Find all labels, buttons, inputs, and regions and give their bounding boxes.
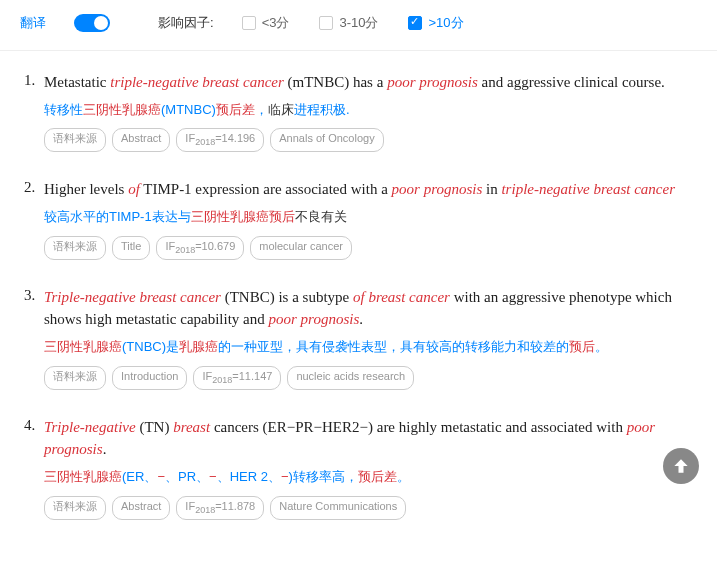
tag[interactable]: IF2018=10.679 [156,236,244,260]
translate-toggle[interactable] [74,14,110,32]
result-number: 4. [24,417,35,434]
tag[interactable]: 语料来源 [44,236,106,260]
filter-label: >10分 [428,14,463,32]
checkbox-icon [319,16,333,30]
checkbox-icon [242,16,256,30]
filter-label: 3-10分 [339,14,378,32]
checkbox-icon [408,16,422,30]
result-item: 3.Triple-negative breast cancer (TNBC) i… [24,286,693,390]
tag[interactable]: molecular cancer [250,236,352,260]
tag[interactable]: 语料来源 [44,496,106,520]
filter-0[interactable]: <3分 [242,14,290,32]
tag[interactable]: 语料来源 [44,366,106,390]
results-list: 1.Metastatic triple-negative breast canc… [0,71,717,520]
chinese-translation: 三阴性乳腺癌(TNBC)是乳腺癌的一种亚型，具有侵袭性表型，具有较高的转移能力和… [44,337,693,358]
tag-row: 语料来源AbstractIF2018=14.196Annals of Oncol… [44,128,693,152]
tag[interactable]: IF2018=11.147 [193,366,281,390]
result-number: 1. [24,72,35,89]
tag[interactable]: Abstract [112,496,170,520]
tag[interactable]: nucleic acids research [287,366,414,390]
result-number: 3. [24,287,35,304]
english-sentence: Triple-negative (TN) breast cancers (ER−… [44,416,693,461]
arrow-up-icon [671,456,691,476]
tag[interactable]: Abstract [112,128,170,152]
tag[interactable]: Nature Communications [270,496,406,520]
tag[interactable]: 语料来源 [44,128,106,152]
chinese-translation: 三阴性乳腺癌(ER、−、PR、−、HER 2、−)转移率高，预后差。 [44,467,693,488]
chinese-translation: 较高水平的TIMP-1表达与三阴性乳腺癌预后不良有关 [44,207,693,228]
result-item: 2.Higher levels of TIMP-1 expression are… [24,178,693,259]
tag[interactable]: IF2018=11.878 [176,496,264,520]
chinese-translation: 转移性三阴性乳腺癌(MTNBC)预后差，临床进程积极. [44,100,693,121]
translate-label: 翻译 [20,14,46,32]
english-sentence: Higher levels of TIMP-1 expression are a… [44,178,693,201]
result-item: 1.Metastatic triple-negative breast canc… [24,71,693,152]
tag[interactable]: IF2018=14.196 [176,128,264,152]
filter-2[interactable]: >10分 [408,14,463,32]
filter-bar: 翻译 影响因子: <3分3-10分>10分 [0,8,717,51]
result-item: 4.Triple-negative (TN) breast cancers (E… [24,416,693,520]
filter-label: <3分 [262,14,290,32]
filter-1[interactable]: 3-10分 [319,14,378,32]
tag[interactable]: Title [112,236,150,260]
scroll-top-button[interactable] [663,448,699,484]
tag-row: 语料来源TitleIF2018=10.679molecular cancer [44,236,693,260]
english-sentence: Metastatic triple-negative breast cancer… [44,71,693,94]
tag-row: 语料来源AbstractIF2018=11.878Nature Communic… [44,496,693,520]
tag[interactable]: Introduction [112,366,187,390]
tag[interactable]: Annals of Oncology [270,128,383,152]
english-sentence: Triple-negative breast cancer (TNBC) is … [44,286,693,331]
tag-row: 语料来源IntroductionIF2018=11.147nucleic aci… [44,366,693,390]
impact-factor-label: 影响因子: [158,14,214,32]
result-number: 2. [24,179,35,196]
